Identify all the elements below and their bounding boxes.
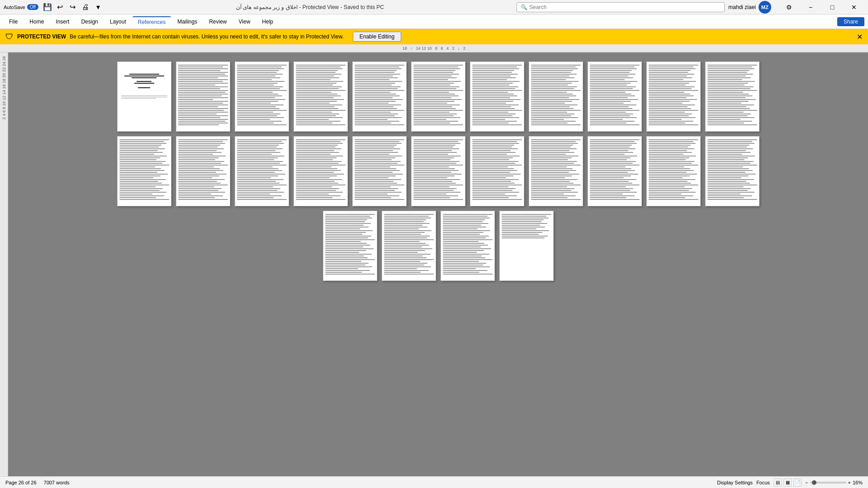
- vruler-label: 2 4 6 8 10 12 14 16 18 20 22 24 26: [2, 56, 6, 119]
- tab-view[interactable]: View: [233, 17, 256, 27]
- autosave-toggle[interactable]: Off: [27, 4, 38, 10]
- ruler-marker: 18 ↑ 14 12 10 8 6 4 2 ↓ 2: [403, 46, 465, 51]
- page-thumbnail-4[interactable]: [294, 62, 348, 132]
- page-thumbnail-24[interactable]: [382, 211, 436, 281]
- maximize-button[interactable]: □: [822, 0, 843, 14]
- status-bar: Page 26 of 26 7007 words Display Setting…: [0, 476, 868, 488]
- search-icon: 🔍: [521, 4, 527, 10]
- title-bar: AutoSave Off 💾 ↩ ↪ 🖨 ▾ اخلاق و زیر مجموع…: [0, 0, 868, 14]
- tab-insert[interactable]: Insert: [50, 17, 75, 27]
- window-controls: ⚙ − □ ✕: [778, 0, 864, 14]
- page-thumbnail-5[interactable]: [352, 62, 407, 132]
- user-name: mahdi ziaei: [728, 4, 756, 10]
- read-mode-view-icon[interactable]: 📄: [793, 479, 802, 487]
- page-thumbnail-12[interactable]: [117, 136, 171, 206]
- tab-review[interactable]: Review: [204, 17, 232, 27]
- page-thumbnail-6[interactable]: [411, 62, 465, 132]
- protected-view-bar: 🛡 PROTECTED VIEW Be careful—files from t…: [0, 29, 868, 44]
- shield-icon: 🛡: [5, 32, 14, 42]
- close-button[interactable]: ✕: [844, 0, 864, 14]
- page-thumbnail-13[interactable]: [176, 136, 230, 206]
- page-thumbnail-7[interactable]: [470, 62, 524, 132]
- tab-layout[interactable]: Layout: [104, 17, 132, 27]
- page-thumbnail-16[interactable]: [352, 136, 407, 206]
- zoom-in-icon[interactable]: +: [848, 480, 851, 485]
- vertical-ruler: 2 4 6 8 10 12 14 16 18 20 22 24 26: [0, 52, 8, 476]
- page-row-2: [117, 136, 759, 206]
- page-thumbnail-8[interactable]: [529, 62, 583, 132]
- zoom-slider[interactable]: [810, 482, 846, 483]
- user-avatar[interactable]: MZ: [759, 1, 771, 14]
- focus-button[interactable]: Focus: [756, 480, 770, 485]
- protected-view-title: PROTECTED VIEW: [17, 33, 66, 40]
- enable-editing-button[interactable]: Enable Editing: [353, 32, 401, 42]
- autosave-control[interactable]: AutoSave Off: [4, 4, 38, 10]
- page-thumbnail-18[interactable]: [470, 136, 524, 206]
- page-thumbnail-22[interactable]: [705, 136, 759, 206]
- page-row-1: // Generate text pages inline: [117, 62, 759, 132]
- autosave-label: AutoSave: [4, 5, 25, 10]
- redo-icon[interactable]: ↪: [67, 2, 78, 13]
- ribbon: File Home Insert Design Layout Reference…: [0, 14, 868, 29]
- page-thumbnail-9[interactable]: [588, 62, 642, 132]
- tab-design[interactable]: Design: [76, 17, 103, 27]
- page-thumbnail-14[interactable]: [235, 136, 289, 206]
- print-icon[interactable]: 🖨: [80, 2, 91, 13]
- share-button[interactable]: Share: [837, 17, 864, 26]
- tab-help[interactable]: Help: [256, 17, 279, 27]
- protected-bar-close-icon[interactable]: ✕: [857, 33, 863, 41]
- page-row-3: [323, 211, 554, 281]
- minimize-button[interactable]: −: [800, 0, 821, 14]
- page-info: Page 26 of 26: [5, 480, 37, 485]
- web-layout-view-icon[interactable]: ▦: [783, 479, 792, 487]
- toolbar-icons: 💾 ↩ ↪ 🖨 ▾: [42, 2, 104, 13]
- horizontal-ruler: 18 ↑ 14 12 10 8 6 4 2 ↓ 2: [0, 44, 868, 52]
- page-thumbnail-21[interactable]: [646, 136, 701, 206]
- page-thumbnail-17[interactable]: [411, 136, 465, 206]
- zoom-slider-thumb: [812, 480, 816, 485]
- protected-view-message: Be careful—files from the Internet can c…: [70, 33, 344, 40]
- search-input[interactable]: [529, 4, 721, 10]
- zoom-out-icon[interactable]: −: [805, 480, 808, 485]
- page-thumbnail-19[interactable]: [529, 136, 583, 206]
- customize-icon[interactable]: ▾: [93, 2, 104, 13]
- zoom-control[interactable]: − + 16%: [805, 480, 863, 485]
- tab-mailings[interactable]: Mailings: [172, 17, 203, 27]
- page-thumbnail-11[interactable]: [705, 62, 759, 132]
- word-count: 7007 words: [44, 480, 70, 485]
- page-thumbnail-26[interactable]: [499, 211, 554, 281]
- page-thumbnail-25[interactable]: [441, 211, 495, 281]
- page-thumbnail-10[interactable]: [646, 62, 701, 132]
- undo-icon[interactable]: ↩: [55, 2, 66, 13]
- save-icon[interactable]: 💾: [42, 2, 53, 13]
- tab-home[interactable]: Home: [24, 17, 49, 27]
- page-thumbnail-20[interactable]: [588, 136, 642, 206]
- tab-file[interactable]: File: [4, 17, 23, 27]
- document-title: اخلاق و زیر مجموعه های آن - Protected Vi…: [107, 4, 513, 10]
- status-right: Display Settings Focus ▤ ▦ 📄 − + 16%: [717, 479, 863, 487]
- page-thumbnail-1[interactable]: [117, 62, 171, 132]
- page-thumbnail-3[interactable]: [235, 62, 289, 132]
- document-area[interactable]: // Generate text pages inline: [8, 52, 868, 476]
- page-thumbnail-23[interactable]: [323, 211, 377, 281]
- print-layout-view-icon[interactable]: ▤: [773, 479, 782, 487]
- display-settings-button[interactable]: Display Settings: [717, 480, 753, 485]
- settings-icon[interactable]: ⚙: [778, 0, 799, 14]
- zoom-level: 16%: [853, 480, 863, 485]
- page-thumbnail-2[interactable]: [176, 62, 230, 132]
- main-area: 2 4 6 8 10 12 14 16 18 20 22 24 26: [0, 52, 868, 476]
- search-bar[interactable]: 🔍: [517, 2, 725, 12]
- page-thumbnail-15[interactable]: [294, 136, 348, 206]
- view-icons: ▤ ▦ 📄: [773, 479, 802, 487]
- tab-references[interactable]: References: [133, 16, 171, 27]
- user-area: mahdi ziaei MZ: [728, 1, 771, 14]
